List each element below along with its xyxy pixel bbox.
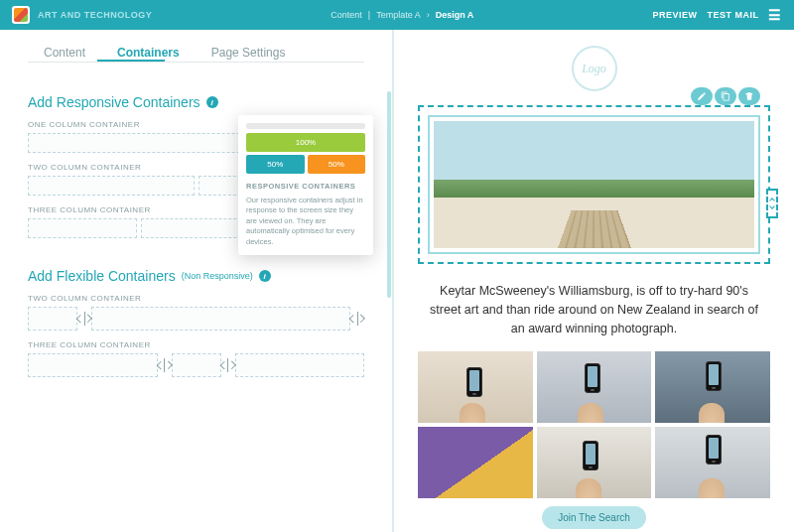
tab-containers[interactable]: Containers: [101, 36, 196, 69]
grid-image[interactable]: [655, 427, 770, 498]
delete-icon[interactable]: [738, 87, 760, 105]
tooltip-responsive: 100% 50% 50% RESPONSIVE CONTAINERS Our r…: [238, 115, 373, 255]
menu-icon[interactable]: ☰: [768, 7, 782, 23]
block-toolbar: [691, 87, 760, 105]
hero-image: [434, 121, 754, 248]
left-panel: Content Containers Page Settings Add Res…: [0, 30, 394, 532]
section-responsive-title: Add Responsive Containers i: [28, 94, 364, 110]
tab-content[interactable]: Content: [28, 36, 101, 69]
brand-name: ART AND TECHNOLOGY: [38, 10, 152, 20]
grid-image[interactable]: [537, 351, 652, 423]
info-icon[interactable]: i: [259, 270, 271, 282]
flex-three-column[interactable]: [28, 353, 364, 377]
top-bar: ART AND TECHNOLOGY Content | Template A …: [0, 0, 794, 30]
two-column-container-a[interactable]: [28, 176, 195, 196]
tooltip-body: Our responsive containers adjust in resp…: [246, 196, 365, 248]
resize-handle-icon[interactable]: [77, 312, 91, 326]
tabs: Content Containers Page Settings: [0, 36, 392, 70]
section-flexible-title: Add Flexible Containers (Non Responsive)…: [28, 268, 364, 284]
label-flex-three: THREE COLUMN CONTAINER: [28, 340, 364, 349]
image-block[interactable]: [428, 115, 760, 254]
move-handle-icon[interactable]: [766, 189, 778, 218]
duplicate-icon[interactable]: [715, 87, 736, 105]
tooltip-bar-50a: 50%: [246, 155, 305, 174]
breadcrumb: Content | Template A › Design A: [331, 10, 473, 20]
crumb-design: Design A: [436, 10, 474, 20]
preview-panel: Logo Keytar McSweeney's Williamsburg, is…: [394, 30, 794, 532]
edit-icon[interactable]: [691, 87, 713, 105]
info-icon[interactable]: i: [206, 96, 218, 108]
preview-button[interactable]: PREVIEW: [652, 10, 697, 20]
resize-handle-icon[interactable]: [350, 312, 364, 326]
selected-block[interactable]: [418, 105, 770, 264]
scrollbar[interactable]: [387, 91, 391, 298]
top-actions: PREVIEW TEST MAIL ☰: [652, 7, 782, 23]
tooltip-title: RESPONSIVE CONTAINERS: [246, 182, 365, 193]
resize-handle-icon[interactable]: [221, 358, 235, 372]
grid-image[interactable]: [655, 351, 770, 423]
logo-placeholder[interactable]: Logo: [572, 46, 617, 91]
label-flex-two: TWO COLUMN CONTAINER: [28, 294, 364, 303]
grid-image[interactable]: [418, 351, 533, 423]
flex-two-column[interactable]: [28, 307, 364, 331]
crumb-content[interactable]: Content: [331, 10, 362, 20]
cta-button[interactable]: Join The Search: [542, 506, 646, 529]
app-logo-icon: [12, 6, 30, 24]
tooltip-bar-100: 100%: [246, 133, 365, 152]
three-column-container-a[interactable]: [28, 218, 137, 238]
tab-page-settings[interactable]: Page Settings: [196, 36, 302, 69]
crumb-template[interactable]: Template A: [376, 10, 421, 20]
test-mail-button[interactable]: TEST MAIL: [707, 10, 758, 20]
grid-image[interactable]: [418, 427, 533, 498]
grid-image[interactable]: [537, 427, 652, 498]
tooltip-bar-50b: 50%: [308, 155, 366, 174]
image-grid: [418, 351, 770, 498]
resize-handle-icon[interactable]: [158, 358, 172, 372]
three-column-container-b[interactable]: [141, 218, 250, 238]
body-copy[interactable]: Keytar McSweeney's Williamsburg, is off …: [428, 282, 760, 337]
